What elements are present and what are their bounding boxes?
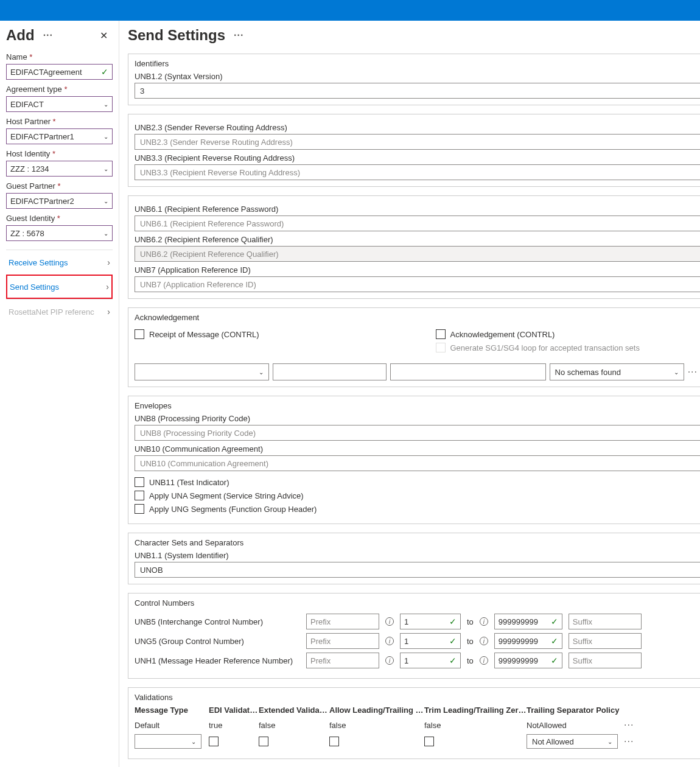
info-icon[interactable]: i (385, 656, 394, 665)
ack-schema-select[interactable]: No schemas found⌄ (550, 363, 684, 380)
to-label: to (467, 637, 474, 646)
info-icon[interactable]: i (385, 637, 394, 645)
unb5-prefix[interactable]: Prefix (306, 614, 379, 629)
check-icon: ✓ (551, 656, 558, 665)
ung-checkbox[interactable] (135, 504, 144, 514)
unb11-sysid-label: UNB1.1 (System Identifier) (135, 551, 700, 560)
info-icon[interactable]: i (480, 656, 488, 665)
val-trim: false (424, 721, 527, 730)
unb10-input[interactable]: UNB10 (Communication Agreement) (135, 455, 700, 471)
chevron-down-icon: ⌄ (191, 738, 196, 745)
agreement-type-select[interactable]: EDIFACT ⌄ (6, 96, 113, 112)
unh1-label: UNH1 (Message Header Reference Number) (135, 656, 300, 665)
check-icon: ✓ (449, 617, 457, 626)
control-title: Control Numbers (135, 598, 700, 608)
unb5-to[interactable]: 999999999✓ (494, 614, 562, 629)
unb7-input[interactable]: UNB7 (Application Reference ID) (135, 276, 700, 292)
chevron-right-icon: › (107, 307, 110, 317)
val-msgtype: Default (135, 721, 209, 730)
ack-select-1[interactable]: ⌄ (135, 363, 269, 380)
unb8-input[interactable]: UNB8 (Processing Priority Code) (135, 425, 700, 441)
more-icon[interactable]: ··· (624, 720, 634, 730)
name-input[interactable]: EDIFACTAgreement ✓ (6, 64, 113, 80)
unh1-suffix[interactable]: Suffix (569, 653, 642, 668)
unb11-checkbox[interactable] (135, 477, 144, 487)
ung5-prefix[interactable]: Prefix (306, 633, 379, 649)
val-head-ext: Extended Validation (259, 706, 329, 715)
guest-partner-label: Guest Partner * (6, 181, 113, 191)
ack-select-2[interactable] (273, 363, 387, 380)
val-edi: true (209, 721, 259, 730)
unh1-to[interactable]: 999999999✓ (494, 653, 562, 668)
control-numbers-section: Control Numbers UNB5 (Interchange Contro… (128, 593, 700, 679)
unb5-from[interactable]: 1✓ (400, 614, 461, 629)
info-icon[interactable]: i (385, 617, 394, 626)
unh1-from[interactable]: 1✓ (400, 653, 461, 668)
more-icon[interactable]: ··· (624, 736, 634, 746)
more-icon[interactable]: ··· (688, 366, 698, 377)
charsets-title: Character Sets and Separators (135, 538, 700, 547)
sidebar-title: Add (6, 27, 35, 44)
chevron-down-icon: ⌄ (607, 738, 612, 745)
more-icon[interactable]: ··· (43, 30, 53, 41)
sidebar: Add ··· ✕ Name * EDIFACTAgreement ✓ Agre… (0, 21, 119, 767)
val-lead-checkbox[interactable] (329, 737, 339, 746)
ack-title: Acknowledgement (135, 313, 700, 322)
unb23-input[interactable]: UNB2.3 (Sender Reverse Routing Address) (135, 134, 700, 150)
host-identity-label: Host Identity * (6, 149, 113, 158)
unb33-input[interactable]: UNB3.3 (Recipient Reverse Routing Addres… (135, 164, 700, 180)
unb61-input[interactable]: UNB6.1 (Recipient Reference Password) (135, 215, 700, 231)
val-head-edi: EDI Validation (209, 706, 259, 715)
unh1-prefix[interactable]: Prefix (306, 653, 379, 668)
unb33-label: UNB3.3 (Recipient Reverse Routing Addres… (135, 153, 700, 163)
val-msgtype-select[interactable]: ⌄ (135, 734, 201, 749)
ung5-suffix[interactable]: Suffix (569, 633, 642, 649)
envelopes-title: Envelopes (135, 401, 700, 410)
val-head-msgtype: Message Type (135, 706, 209, 715)
close-icon[interactable]: ✕ (95, 27, 113, 44)
host-partner-label: Host Partner * (6, 117, 113, 126)
ack-select-3[interactable] (390, 363, 545, 380)
unb12-input[interactable]: 3 (135, 83, 700, 99)
sg-loop-checkbox (436, 343, 446, 352)
unb5-suffix[interactable]: Suffix (569, 614, 642, 629)
una-checkbox[interactable] (135, 491, 144, 500)
val-head-lead: Allow Leading/Trailing Zeros (329, 706, 424, 715)
ack-contrl-checkbox[interactable] (436, 329, 446, 339)
main-content: Send Settings ··· Identifiers UNB1.2 (Sy… (119, 21, 700, 767)
val-trail-select[interactable]: Not Allowed⌄ (527, 734, 618, 749)
val-edi-checkbox[interactable] (209, 737, 219, 746)
more-icon[interactable]: ··· (234, 30, 243, 41)
check-icon: ✓ (551, 636, 558, 646)
unb8-label: UNB8 (Processing Priority Code) (135, 414, 700, 423)
unb23-label: UNB2.3 (Sender Reverse Routing Address) (135, 123, 700, 132)
nav-send-settings[interactable]: Send Settings › (6, 275, 113, 299)
receipt-checkbox[interactable] (135, 329, 144, 339)
guest-identity-select[interactable]: ZZ : 5678 ⌄ (6, 225, 113, 241)
check-icon: ✓ (551, 617, 558, 626)
envelopes-section: Envelopes UNB8 (Processing Priority Code… (128, 396, 700, 524)
chevron-down-icon: ⌄ (103, 230, 108, 237)
unb11-sysid-input[interactable]: UNOB (135, 562, 700, 578)
unb7-label: UNB7 (Application Reference ID) (135, 265, 700, 275)
host-identity-select[interactable]: ZZZ : 1234 ⌄ (6, 161, 113, 177)
identifiers-title: Identifiers (135, 59, 700, 68)
chevron-right-icon: › (106, 282, 109, 292)
host-partner-select[interactable]: EDIFACTPartner1 ⌄ (6, 128, 113, 144)
nav-receive-settings[interactable]: Receive Settings › (6, 250, 113, 275)
info-icon[interactable]: i (480, 617, 488, 626)
guest-partner-select[interactable]: EDIFACTPartner2 ⌄ (6, 193, 113, 209)
chevron-down-icon: ⌄ (674, 369, 679, 376)
chevron-down-icon: ⌄ (103, 166, 108, 172)
val-ext: false (259, 721, 329, 730)
val-ext-checkbox[interactable] (259, 737, 268, 746)
info-icon[interactable]: i (480, 637, 488, 645)
check-icon: ✓ (449, 636, 457, 646)
ung5-from[interactable]: 1✓ (400, 633, 461, 649)
nav-rosettanet[interactable]: RosettaNet PIP referenc › (6, 299, 113, 324)
unb62-input[interactable]: UNB6.2 (Recipient Reference Qualifier) (135, 246, 700, 262)
check-icon: ✓ (449, 656, 457, 665)
identifiers-section: Identifiers UNB1.2 (Syntax Version) 3 (128, 54, 700, 105)
ung5-to[interactable]: 999999999✓ (494, 633, 562, 649)
val-trim-checkbox[interactable] (424, 737, 434, 746)
